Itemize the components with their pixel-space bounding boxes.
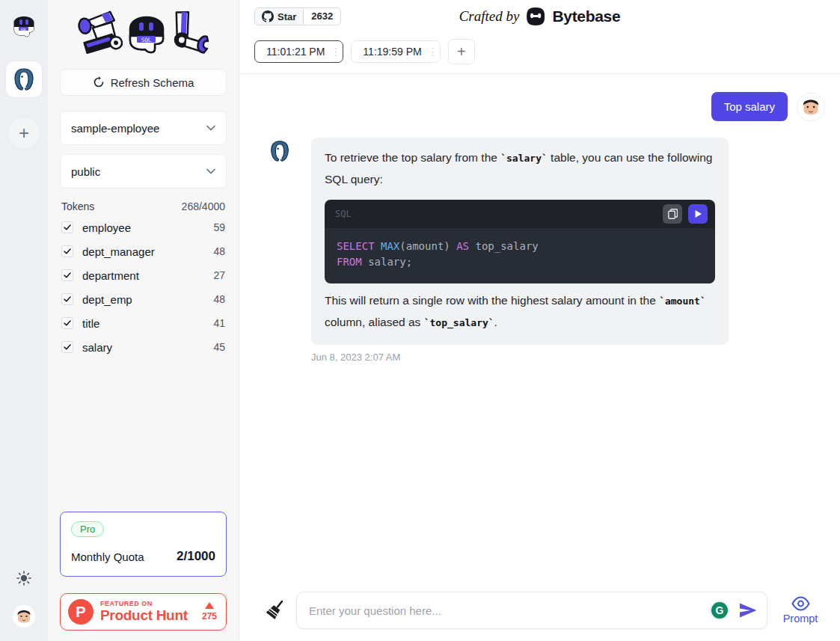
chevron-down-icon xyxy=(206,168,215,174)
assistant-paragraph-1: To retrieve the top salary from the `sal… xyxy=(325,147,715,190)
prompt-button[interactable]: Prompt xyxy=(767,596,833,625)
table-checkbox[interactable] xyxy=(61,245,73,257)
sql-code: SELECT MAX(amount) AS top_salary FROM sa… xyxy=(325,228,715,283)
message-timestamp: Jun 8, 2023 2:07 AM xyxy=(311,352,840,363)
table-name: salary xyxy=(82,341,112,354)
eye-icon xyxy=(791,596,810,611)
github-star-button[interactable]: Star 2632 xyxy=(254,7,341,25)
prompt-label: Prompt xyxy=(783,613,818,625)
table-row: dept_emp48 xyxy=(60,287,227,311)
product-hunt-icon: P xyxy=(68,599,93,625)
sqlchat-logo: SQL xyxy=(74,7,213,61)
user-message-bubble: Top salary xyxy=(711,92,788,121)
tokens-summary: Tokens 268/4000 xyxy=(61,200,225,212)
chat-area: Top salary xyxy=(239,74,840,641)
table-name: dept_emp xyxy=(82,293,132,306)
tab-conversation-2[interactable]: 11:19:59 PM ⋮ xyxy=(351,40,440,63)
chevron-down-icon xyxy=(206,125,215,131)
clear-conversation-button[interactable] xyxy=(266,598,286,623)
tab-conversation-1[interactable]: 11:01:21 PM ⋮ xyxy=(254,40,343,63)
table-name: department xyxy=(82,269,139,282)
code-line-2: FROM salary; xyxy=(337,256,412,268)
copy-code-button[interactable] xyxy=(663,204,682,224)
refresh-schema-button[interactable]: Refresh Schema xyxy=(60,69,227,96)
assistant-paragraph-2: This will return a single row with the h… xyxy=(325,290,715,334)
code-line-1: SELECT MAX(amount) AS top_salary xyxy=(337,240,539,252)
table-checkbox[interactable] xyxy=(61,221,73,233)
table-row: dept_manager48 xyxy=(60,239,227,263)
product-hunt-badge[interactable]: P FEATURED ON Product Hunt 275 xyxy=(60,593,227,631)
table-list: employee59dept_manager48department27dept… xyxy=(60,215,227,359)
table-checkbox[interactable] xyxy=(61,341,73,353)
sun-icon xyxy=(16,571,31,586)
product-hunt-votes: 275 xyxy=(202,602,217,622)
refresh-schema-label: Refresh Schema xyxy=(111,76,194,89)
table-token-count: 27 xyxy=(213,269,225,281)
sqlchat-bot-avatar[interactable]: SQL xyxy=(10,10,38,39)
pro-badge: Pro xyxy=(71,521,104,537)
schema-sidebar: SQL Refresh Schema sample-employee xyxy=(48,0,239,641)
table-name: employee xyxy=(82,221,131,234)
connection-postgresql[interactable] xyxy=(6,61,42,97)
table-name: dept_manager xyxy=(82,245,155,258)
postgresql-icon xyxy=(268,139,292,163)
kebab-menu-icon[interactable]: ⋮ xyxy=(331,46,338,58)
kebab-menu-icon[interactable]: ⋮ xyxy=(428,46,435,58)
quota-card: Pro Monthly Quota 2/1000 xyxy=(60,512,227,577)
main-area: Star 2632 Crafted by Bytebase 11:01:21 P… xyxy=(239,0,840,641)
product-hunt-name: Product Hunt xyxy=(100,607,195,624)
database-select[interactable]: sample-employee xyxy=(60,111,227,145)
table-token-count: 45 xyxy=(213,341,225,353)
table-token-count: 41 xyxy=(213,317,225,329)
new-conversation-button[interactable]: + xyxy=(448,39,475,64)
table-name: title xyxy=(82,317,99,330)
connection-rail: SQL + xyxy=(0,0,48,641)
send-button[interactable] xyxy=(737,600,759,621)
table-checkbox[interactable] xyxy=(61,269,73,281)
user-avatar xyxy=(797,93,825,121)
main-header: Star 2632 Crafted by Bytebase xyxy=(239,0,840,33)
schema-select[interactable]: public xyxy=(60,154,227,188)
add-connection-button[interactable]: + xyxy=(9,118,39,148)
tokens-label: Tokens xyxy=(61,200,94,212)
run-query-button[interactable] xyxy=(688,204,708,224)
quota-value: 2/1000 xyxy=(177,549,215,564)
account-avatar[interactable] xyxy=(13,605,35,628)
table-row: salary45 xyxy=(60,335,227,359)
schema-select-value: public xyxy=(71,165,100,178)
send-icon xyxy=(738,601,758,619)
sql-code-block: SQL xyxy=(325,200,715,283)
grammarly-icon: G xyxy=(710,601,729,620)
user-face-icon xyxy=(13,605,35,628)
refresh-icon xyxy=(93,76,105,88)
table-token-count: 59 xyxy=(213,221,225,233)
user-message-row: Top salary xyxy=(239,74,840,121)
assistant-message-row: To retrieve the top salary from the `sal… xyxy=(239,138,840,345)
star-label: Star xyxy=(278,11,296,22)
question-input-container: G xyxy=(296,592,767,629)
theme-toggle-button[interactable] xyxy=(16,571,31,589)
quota-label: Monthly Quota xyxy=(71,550,144,563)
assistant-message-bubble: To retrieve the top salary from the `sal… xyxy=(311,138,729,345)
plus-icon: + xyxy=(457,43,466,61)
bytebase-logo-icon xyxy=(525,6,546,27)
github-icon xyxy=(262,10,274,22)
conversation-tabs: 11:01:21 PM ⋮ 11:19:59 PM ⋮ + xyxy=(239,33,840,74)
star-count: 2632 xyxy=(304,7,341,25)
database-select-value: sample-employee xyxy=(71,122,159,135)
table-checkbox[interactable] xyxy=(61,317,73,329)
code-language-label: SQL xyxy=(335,203,352,224)
inline-code: `salary` xyxy=(500,153,548,164)
broom-icon xyxy=(266,598,286,620)
table-checkbox[interactable] xyxy=(61,293,73,305)
assistant-avatar xyxy=(268,139,292,163)
crafted-by-text: Crafted by xyxy=(459,8,520,25)
question-input[interactable] xyxy=(297,592,710,628)
upvote-icon xyxy=(205,602,214,609)
product-hunt-featured-label: FEATURED ON xyxy=(100,600,195,607)
svg-text:SQL: SQL xyxy=(20,28,26,31)
code-block-header: SQL xyxy=(325,200,715,228)
copy-icon xyxy=(668,209,678,219)
crafted-by-brand[interactable]: Crafted by Bytebase xyxy=(459,6,621,27)
upvote-count: 275 xyxy=(202,611,217,622)
